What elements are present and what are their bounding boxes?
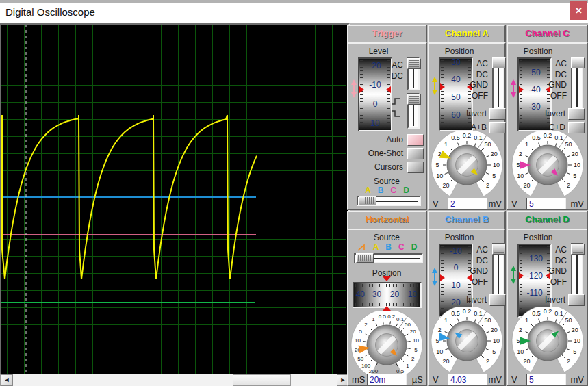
coupling-dc-label: DC (544, 70, 567, 79)
panel-body: Position-1001020ACDCGNDOFFInvert20105210… (428, 229, 506, 386)
scope-display (1, 25, 346, 374)
horizontal-source-slider-thumb[interactable] (356, 253, 374, 263)
coupling-off-label: OFF (465, 277, 488, 287)
coupling-switch-thumb[interactable] (571, 57, 585, 68)
horizontal-position-drum[interactable]: 40302010 (354, 283, 420, 307)
trigger-cursors-button[interactable] (407, 162, 424, 173)
svg-text:5: 5 (573, 172, 576, 179)
coupling-off-label: OFF (465, 91, 488, 101)
channel-c-panel: Channel CPosition-50-40-30ACDCGNDOFFInve… (507, 25, 588, 210)
trigger-auto-label: Auto (354, 135, 403, 144)
svg-text:10: 10 (573, 162, 580, 168)
channel-b-gain-knob[interactable]: 20105210.50.20.150201052 (429, 307, 504, 373)
channel-d-value-input[interactable] (526, 374, 566, 385)
svg-text:1: 1 (525, 317, 528, 324)
invert-button[interactable] (489, 294, 506, 306)
source-channel-a: A (365, 185, 371, 195)
source-channel-letters: ABCD (348, 242, 426, 252)
drum-scale-number: 10 (359, 118, 391, 128)
scope-screen (0, 23, 350, 375)
channel-c-value-input[interactable] (526, 198, 566, 209)
invert-button[interactable] (568, 294, 585, 306)
position-label: Position (512, 233, 564, 242)
trigger-coupling-switch[interactable] (407, 57, 420, 90)
coupling-dc-label: DC (465, 70, 488, 79)
trigger-auto-button[interactable] (407, 134, 424, 146)
horizontal-value-input[interactable] (367, 374, 407, 385)
svg-text:0.5: 0.5 (532, 310, 541, 317)
svg-text:20: 20 (523, 182, 530, 189)
svg-text:1: 1 (372, 316, 375, 322)
panel-body: SourceABCDPosition4030201020010050201052… (347, 229, 427, 386)
trigger-edge-switch-thumb[interactable] (407, 94, 421, 105)
position-arrow-icon[interactable] (431, 77, 438, 95)
coupling-ac-label: AC (465, 245, 488, 255)
horizontal-source-slider-thumb-ridges (358, 255, 372, 261)
source-channel-a: A (373, 242, 379, 252)
svg-text:2: 2 (411, 356, 415, 362)
drum-ticks-top (355, 284, 419, 287)
position-arrow-icon[interactable] (510, 79, 517, 98)
svg-text:20: 20 (410, 329, 416, 335)
trigger-source-slider[interactable] (357, 196, 421, 206)
coupling-switch[interactable] (571, 57, 583, 110)
channel-a-unit-right: mV (489, 198, 502, 209)
coupling-switch-thumb[interactable] (492, 57, 506, 68)
horizontal-scrollbar[interactable]: ◄ ► (0, 374, 350, 386)
horizontal-position-drum-frame: 40302010 (353, 282, 422, 308)
source-channel-d: D (411, 242, 418, 252)
coupling-ac-label: AC (465, 59, 488, 68)
svg-text:50: 50 (405, 322, 411, 328)
trigger-source-slider-thumb[interactable] (359, 196, 376, 205)
channel-b-value-input[interactable] (448, 374, 487, 385)
position-arrow-icon[interactable] (350, 79, 357, 98)
svg-text:50: 50 (484, 141, 491, 148)
invert-button[interactable] (489, 108, 506, 120)
trigger-coupling-switch-thumb[interactable] (407, 58, 421, 69)
marker-bottom-icon (383, 306, 391, 311)
channel-a-value-input[interactable] (448, 198, 487, 209)
horizontal-gain-knob[interactable]: 2001005020105210.50.20.15020105210.5 (349, 311, 424, 377)
channel-a-gain-knob[interactable]: 20105210.50.20.150201052 (429, 131, 504, 197)
channel-d-gain-knob[interactable]: 20105210.50.20.150201052 (510, 307, 585, 373)
channel-a-panel: Channel APosition30405060ACDCGNDOFFInver… (428, 25, 506, 210)
trigger-edge-switch[interactable] (407, 93, 420, 129)
drum-scale-number: 40 (352, 290, 368, 299)
coupling-switch-thumb[interactable] (571, 244, 585, 255)
channel-c-gain-knob[interactable]: 20105210.50.20.150201052 (510, 131, 585, 197)
coupling-switch[interactable] (571, 243, 583, 296)
coupling-off-label: OFF (544, 277, 567, 287)
level-label: Level (353, 47, 405, 56)
position-label: Position (512, 47, 564, 56)
marker-left-icon (440, 83, 445, 90)
svg-text:10: 10 (573, 337, 580, 344)
channel-d-panel: Channel DPosition-130-120-110ACDCGNDOFFI… (507, 211, 588, 386)
position-arrow-icon[interactable] (431, 268, 438, 286)
coupling-gnd-label: GND (465, 80, 488, 90)
scrollbar-thumb[interactable] (233, 374, 291, 386)
svg-text:50: 50 (565, 141, 572, 148)
horizontal-source-slider[interactable] (354, 253, 423, 263)
coupling-switch[interactable] (492, 243, 504, 296)
panel-body: Position-130-120-110ACDCGNDOFFInvert2010… (507, 229, 588, 386)
close-button[interactable]: ✕ (570, 1, 587, 20)
source-channel-c: C (398, 242, 405, 252)
channel-a-unit-left: V (433, 198, 439, 209)
scroll-left-button[interactable]: ◄ (1, 374, 13, 386)
svg-text:100: 100 (361, 363, 371, 369)
marker-left-icon (359, 86, 364, 93)
invert-label: Invert (442, 109, 487, 118)
panel-body: Position-50-40-30ACDCGNDOFFInvertC+D2010… (507, 42, 588, 210)
svg-text:10: 10 (493, 337, 500, 344)
position-arrow-icon[interactable] (510, 266, 517, 284)
trigger-coupling-dc-label: DC (384, 71, 403, 81)
coupling-switch[interactable] (492, 57, 504, 110)
svg-text:10: 10 (436, 172, 443, 179)
invert-button[interactable] (568, 108, 585, 120)
coupling-switch-thumb[interactable] (492, 244, 506, 255)
trigger-one-shot-button[interactable] (407, 148, 424, 159)
svg-text:5: 5 (573, 348, 576, 355)
svg-text:0.1: 0.1 (554, 134, 563, 141)
channel-c-unit-right: mV (571, 198, 585, 209)
svg-text:5: 5 (492, 172, 496, 179)
